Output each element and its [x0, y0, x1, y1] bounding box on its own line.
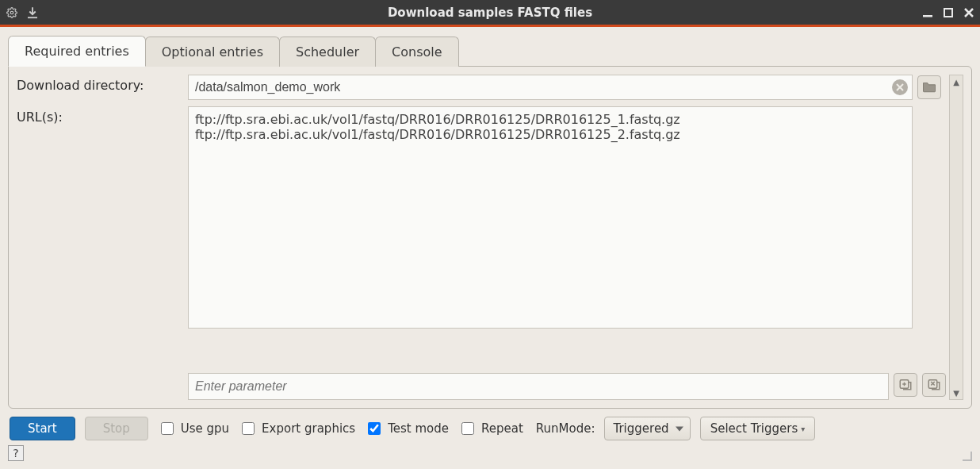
svg-rect-3 — [944, 9, 952, 17]
download-icon[interactable] — [25, 6, 40, 20]
toolbar-left-icons — [6, 6, 40, 20]
export-graphics-label: Export graphics — [262, 421, 355, 436]
remove-parameter-button[interactable] — [922, 373, 946, 397]
select-triggers-label: Select Triggers — [710, 421, 798, 436]
repeat-label: Repeat — [481, 421, 523, 436]
svg-rect-1 — [28, 17, 37, 18]
add-parameter-button[interactable] — [894, 373, 917, 397]
browse-directory-button[interactable] — [917, 75, 941, 99]
svg-point-0 — [10, 11, 13, 14]
stop-button: Stop — [85, 417, 148, 440]
export-graphics-checkbox[interactable]: Export graphics — [239, 420, 355, 437]
gear-icon[interactable] — [6, 7, 17, 18]
required-entries-panel: Download directory: URL(s): — [8, 66, 972, 409]
urls-textarea[interactable] — [188, 106, 913, 329]
help-button[interactable]: ? — [8, 445, 24, 461]
download-directory-label: Download directory: — [17, 75, 183, 93]
clear-directory-icon[interactable] — [892, 79, 908, 95]
test-mode-label: Test mode — [388, 421, 449, 436]
download-directory-cell — [188, 75, 913, 100]
use-gpu-input[interactable] — [161, 422, 174, 435]
minimize-icon[interactable] — [923, 8, 932, 17]
chevron-down-icon: ▾ — [801, 425, 805, 433]
select-triggers-button[interactable]: Select Triggers ▾ — [700, 417, 816, 440]
svg-rect-2 — [923, 15, 932, 17]
tab-optional-entries[interactable]: Optional entries — [145, 37, 280, 67]
use-gpu-checkbox[interactable]: Use gpu — [158, 420, 229, 437]
resize-grip[interactable] — [961, 450, 972, 461]
add-icon — [898, 377, 913, 394]
title-bar: Download samples FASTQ files — [0, 0, 980, 27]
runmode-value: Triggered — [613, 421, 668, 436]
urls-label: URL(s): — [17, 106, 183, 125]
export-graphics-input[interactable] — [242, 422, 255, 435]
param-label-spacer — [17, 373, 183, 376]
window-body: Required entries Optional entries Schedu… — [0, 27, 980, 469]
panel-scrollbar[interactable]: ▲ ▼ — [949, 75, 963, 400]
remove-icon — [927, 377, 941, 394]
repeat-input[interactable] — [461, 422, 474, 435]
scroll-up-icon[interactable]: ▲ — [950, 75, 963, 88]
close-icon[interactable] — [964, 8, 974, 17]
tab-required-entries[interactable]: Required entries — [8, 36, 146, 67]
tab-scheduler[interactable]: Scheduler — [279, 37, 376, 67]
start-button[interactable]: Start — [10, 417, 75, 440]
runmode-dropdown[interactable]: Triggered — [604, 417, 690, 440]
test-mode-checkbox[interactable]: Test mode — [365, 420, 449, 437]
control-bar: Start Stop Use gpu Export graphics Test … — [8, 417, 972, 440]
use-gpu-label: Use gpu — [181, 421, 229, 436]
runmode-label: RunMode: — [536, 421, 595, 436]
tab-console[interactable]: Console — [375, 37, 459, 67]
folder-icon — [922, 80, 936, 95]
window-title: Download samples FASTQ files — [0, 6, 980, 20]
test-mode-input[interactable] — [368, 422, 381, 435]
footer-row: ? — [8, 445, 972, 461]
tab-row: Required entries Optional entries Schedu… — [8, 35, 972, 66]
scroll-down-icon[interactable]: ▼ — [950, 386, 963, 399]
repeat-checkbox[interactable]: Repeat — [458, 420, 523, 437]
maximize-icon[interactable] — [944, 8, 953, 17]
parameter-input[interactable] — [188, 373, 889, 400]
download-directory-input[interactable] — [188, 75, 913, 100]
